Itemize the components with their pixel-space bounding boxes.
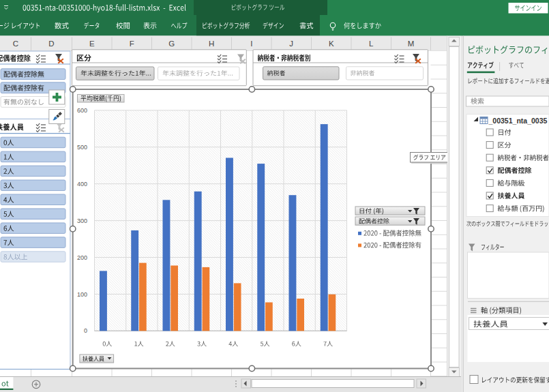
svg-text:600: 600 [77, 107, 87, 114]
svg-text:K: K [329, 40, 334, 48]
svg-text:300: 300 [77, 217, 87, 224]
svg-text:_00351_nta_0035: _00351_nta_0035 [488, 117, 548, 125]
svg-text:J: J [289, 40, 293, 48]
svg-text:500: 500 [77, 144, 87, 151]
svg-text:M: M [408, 40, 415, 48]
svg-text:200: 200 [77, 254, 87, 261]
svg-text:D: D [48, 40, 54, 48]
svg-text:400: 400 [77, 181, 87, 187]
svg-text:F: F [130, 40, 134, 48]
svg-text:G: G [168, 40, 175, 48]
svg-text:0: 0 [84, 327, 87, 334]
svg-text:100: 100 [77, 291, 87, 298]
svg-text:I: I [250, 40, 252, 48]
svg-text:H: H [209, 40, 214, 48]
svg-text:E: E [89, 40, 95, 48]
svg-text:C: C [13, 40, 18, 48]
svg-text:L: L [369, 40, 374, 48]
